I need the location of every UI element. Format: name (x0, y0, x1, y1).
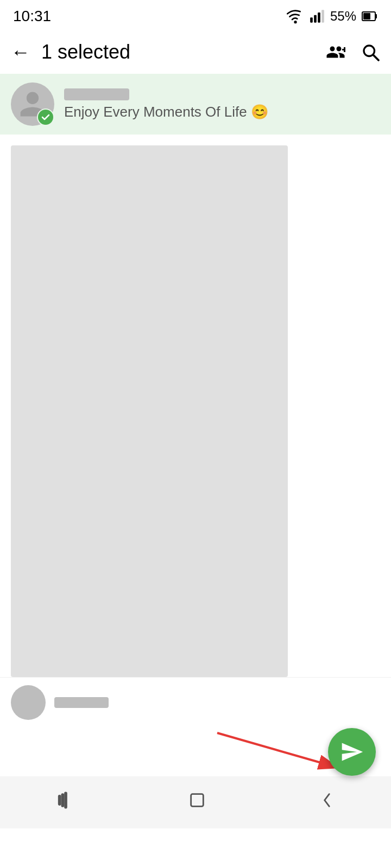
wifi-icon (287, 9, 304, 24)
send-icon (340, 740, 364, 764)
bottom-contact-row[interactable] (0, 677, 391, 727)
svg-line-11 (217, 733, 340, 768)
signal-icon (310, 9, 325, 24)
recent-apps-button[interactable] (56, 791, 75, 809)
back-nav-button[interactable] (319, 791, 335, 809)
checkmark-icon (41, 112, 51, 122)
search-icon (361, 42, 380, 62)
add-contact-icon (326, 42, 345, 62)
add-contact-button[interactable] (326, 42, 345, 62)
bottom-contact-name-redacted (54, 697, 109, 708)
image-placeholder (11, 145, 288, 677)
svg-rect-14 (65, 793, 67, 808)
selection-check-badge (37, 108, 54, 126)
back-button[interactable]: ← (11, 42, 30, 62)
nav-bar (0, 776, 391, 828)
bottom-contact-avatar (11, 685, 46, 720)
svg-line-9 (373, 55, 379, 60)
search-button[interactable] (361, 42, 380, 62)
status-icons: 55% (287, 9, 378, 24)
app-bar-left: ← 1 selected (11, 41, 130, 63)
contact-status: Enjoy Every Moments Of Life 😊 (64, 104, 268, 120)
selected-contact-row[interactable]: Enjoy Every Moments Of Life 😊 (0, 74, 391, 135)
svg-rect-1 (310, 17, 313, 22)
status-bar: 10:31 55% (0, 0, 391, 30)
app-bar: ← 1 selected (0, 30, 391, 74)
status-time: 10:31 (13, 8, 51, 25)
content-area (0, 135, 391, 677)
app-bar-right (326, 42, 380, 62)
svg-point-0 (294, 21, 297, 23)
battery-percent: 55% (330, 9, 356, 24)
back-nav-icon (319, 791, 335, 809)
home-icon (188, 791, 206, 809)
screen-root: 10:31 55% (0, 0, 391, 828)
battery-icon (362, 10, 378, 22)
fab-area (0, 727, 391, 776)
home-button[interactable] (188, 791, 206, 809)
contact-avatar-wrap (11, 82, 54, 126)
contact-info: Enjoy Every Moments Of Life 😊 (64, 88, 268, 120)
svg-rect-4 (321, 10, 324, 22)
svg-rect-7 (375, 14, 377, 18)
svg-rect-13 (62, 794, 64, 807)
send-fab-button[interactable] (328, 728, 376, 776)
svg-rect-2 (314, 15, 317, 23)
svg-rect-15 (191, 794, 204, 807)
svg-rect-3 (318, 12, 320, 23)
app-bar-title: 1 selected (41, 41, 130, 63)
recent-apps-icon (56, 791, 75, 809)
contact-name-redacted (64, 88, 129, 100)
svg-rect-12 (59, 796, 60, 805)
svg-rect-6 (363, 13, 370, 20)
